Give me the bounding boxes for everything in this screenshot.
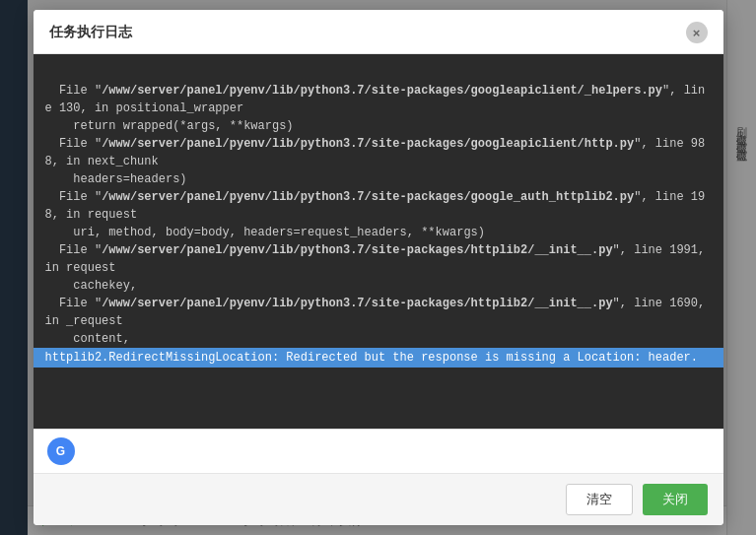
modal-header: 任务执行日志 ×	[34, 10, 723, 54]
modal-overlay: 任务执行日志 × File "/www/server/panel/pyenv/l…	[0, 0, 756, 535]
modal-close-x-button[interactable]: ×	[686, 22, 708, 43]
task-log-modal: 任务执行日志 × File "/www/server/panel/pyenv/l…	[34, 10, 723, 525]
log-line-1: File "/www/server/panel/pyenv/lib/python…	[45, 84, 713, 368]
modal-title: 任务执行日志	[49, 24, 132, 41]
close-button[interactable]: 关闭	[643, 484, 708, 515]
log-content-area[interactable]: File "/www/server/panel/pyenv/lib/python…	[34, 54, 723, 429]
modal-footer: 清空 关闭	[34, 473, 723, 525]
google-translate-icon: G	[47, 437, 75, 465]
highlighted-error-line: httplib2.RedirectMissingLocation: Redire…	[34, 348, 723, 368]
clear-button[interactable]: 清空	[566, 484, 633, 515]
translate-area: G	[34, 429, 723, 473]
translate-icon-container[interactable]: G	[45, 435, 77, 467]
